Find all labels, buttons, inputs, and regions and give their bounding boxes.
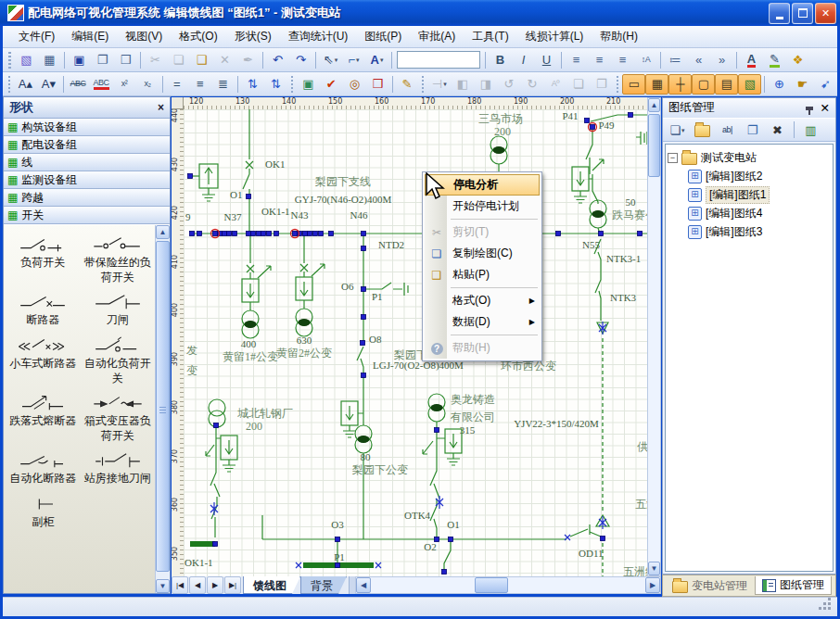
- properties-button[interactable]: ☛: [791, 74, 814, 95]
- redo-button[interactable]: ↷: [289, 50, 312, 70]
- shape-group-线[interactable]: ▦线: [4, 154, 170, 171]
- diagram-list-button[interactable]: ▦: [38, 50, 61, 70]
- panel-close-icon[interactable]: ✕: [821, 101, 830, 115]
- shapes-scroll-track[interactable]: [156, 239, 170, 579]
- bold-button[interactable]: B: [489, 50, 512, 70]
- selection-net-toggle-button[interactable]: ▢: [692, 74, 715, 95]
- menu-item[interactable]: 编辑(E): [63, 26, 117, 47]
- canvas-hscroll-track[interactable]: [371, 577, 645, 593]
- connector-arrows-button[interactable]: ➹: [814, 74, 837, 95]
- undo-button[interactable]: ↶: [266, 50, 289, 70]
- align-left-button[interactable]: ≡: [565, 50, 588, 70]
- fill-color-button[interactable]: ❖: [786, 50, 809, 70]
- space-before-paragraph-button[interactable]: ⇅: [241, 74, 264, 95]
- drawing-explorer-toggle-button[interactable]: ▧: [738, 74, 761, 95]
- shape-item[interactable]: 刀闸: [81, 286, 156, 329]
- grow-font-button[interactable]: A▴: [14, 74, 37, 95]
- align-right-button[interactable]: ≡: [611, 50, 634, 70]
- canvas-scroll-down-icon[interactable]: ▼: [648, 562, 660, 575]
- subscript-button[interactable]: x₂: [136, 74, 159, 95]
- context-menu-item[interactable]: 开始停电计划: [425, 196, 540, 217]
- find-sheet-button[interactable]: ◎: [343, 74, 366, 95]
- close-button[interactable]: ✕: [815, 3, 836, 24]
- scroll-down-icon[interactable]: ▼: [156, 579, 170, 593]
- highlight-color-button[interactable]: ✎: [763, 50, 786, 70]
- panel-tab-图纸管理[interactable]: 图纸管理: [755, 576, 832, 595]
- canvas-vscrollbar[interactable]: ▲ ▼: [647, 97, 661, 576]
- shape-item[interactable]: 箱式变压器负荷开关: [81, 387, 156, 445]
- minimize-button[interactable]: [769, 3, 790, 24]
- shape-item[interactable]: 自动化断路器: [6, 445, 81, 487]
- align-center-button[interactable]: ≡: [588, 50, 611, 70]
- canvas-vscroll-thumb[interactable]: [648, 114, 660, 177]
- edit-note-button[interactable]: ✎: [395, 74, 418, 95]
- first-sheet-button[interactable]: |◀: [172, 576, 188, 594]
- approve-check-button[interactable]: ✔: [320, 74, 343, 95]
- media-manager-button[interactable]: ▣: [297, 74, 320, 95]
- line-spacing-15-button[interactable]: ≡: [188, 74, 211, 95]
- shape-item[interactable]: 带保险丝的负荷开关: [81, 229, 156, 286]
- pin-icon[interactable]: [806, 107, 813, 110]
- shapes-panel-close-icon[interactable]: ×: [158, 101, 164, 114]
- menu-item[interactable]: 线损计算(L): [517, 26, 592, 47]
- sheet-tab-馈线图[interactable]: 馈线图: [243, 576, 300, 594]
- strikethrough-button[interactable]: ABC: [67, 74, 90, 95]
- vertical-text-button[interactable]: ↕A: [634, 50, 657, 70]
- canvas-hscrollbar[interactable]: ◀ ▶: [355, 576, 661, 594]
- shape-group-构筑设备组[interactable]: ▦构筑设备组: [4, 119, 170, 136]
- tree-collapse-icon[interactable]: −: [668, 153, 678, 163]
- resize-grip[interactable]: [828, 607, 831, 610]
- shape-item[interactable]: 副柜: [6, 488, 81, 531]
- line-spacing-double-button[interactable]: ≣: [211, 74, 235, 95]
- menu-item[interactable]: 格式(O): [171, 26, 225, 47]
- page-breaks-toggle-button[interactable]: ▤: [715, 74, 738, 95]
- tree-item-sheet-selected[interactable]: ⊞[编辑]图纸1: [688, 185, 831, 204]
- shape-item[interactable]: 站房接地刀闸: [81, 445, 156, 487]
- context-menu-item[interactable]: ❏复制绘图(C): [425, 243, 540, 264]
- menu-item[interactable]: 帮助(H): [592, 26, 646, 47]
- menu-item[interactable]: 查询统计(U): [280, 26, 357, 47]
- menu-item[interactable]: 视图(V): [117, 26, 171, 47]
- shape-item[interactable]: 负荷开关: [6, 229, 81, 286]
- shape-item[interactable]: 自动化负荷开关: [81, 330, 156, 387]
- shape-group-开关[interactable]: ▦开关: [4, 207, 170, 224]
- menu-item[interactable]: 形状(S): [226, 26, 280, 47]
- context-menu-item[interactable]: 停电分析: [425, 174, 540, 196]
- tab-splitter[interactable]: [349, 576, 355, 594]
- stamp-button[interactable]: ❒: [366, 74, 389, 95]
- export-sheet-button[interactable]: ▥: [799, 120, 822, 140]
- save-button[interactable]: ▣: [68, 50, 91, 70]
- font-color-button[interactable]: A: [740, 50, 763, 70]
- shape-item[interactable]: 跌落式熔断器: [6, 387, 81, 445]
- context-menu-item[interactable]: 数据(D)▶: [425, 311, 540, 333]
- guides-toggle-button[interactable]: ┼: [668, 74, 692, 95]
- outdent-button[interactable]: «: [687, 50, 710, 70]
- menu-item[interactable]: 图纸(P): [356, 26, 410, 47]
- canvas-scroll-right-icon[interactable]: ▶: [645, 577, 660, 593]
- underline-button[interactable]: U: [535, 50, 558, 70]
- indent-button[interactable]: »: [710, 50, 733, 70]
- menu-item[interactable]: 审批(A): [410, 26, 464, 47]
- scroll-up-icon[interactable]: ▲: [156, 225, 170, 239]
- menu-item[interactable]: 文件(F): [10, 26, 63, 47]
- new-drawing-button[interactable]: ▧: [15, 50, 38, 70]
- text-tool-button[interactable]: A▾: [365, 50, 388, 70]
- maximize-button[interactable]: [792, 3, 813, 24]
- shape-item[interactable]: 小车式断路器: [6, 330, 81, 387]
- font-name-combo[interactable]: [397, 51, 480, 69]
- shapes-scroll-thumb[interactable]: [156, 241, 170, 572]
- shape-group-配电设备组[interactable]: ▦配电设备组: [4, 136, 170, 154]
- context-menu-item[interactable]: 格式(O)▶: [425, 290, 540, 311]
- canvas-scroll-up-icon[interactable]: ▲: [648, 98, 660, 112]
- pointer-tool-button[interactable]: ⇖▾: [319, 50, 342, 70]
- delete-sheet-button[interactable]: ✖: [766, 120, 789, 140]
- pan-zoom-button[interactable]: ⊕: [768, 74, 791, 95]
- panel-tab-变电站管理[interactable]: 变电站管理: [665, 576, 755, 595]
- space-after-paragraph-button[interactable]: ⇅: [264, 74, 287, 95]
- print-preview-button[interactable]: ❐: [91, 50, 114, 70]
- context-menu-item[interactable]: ❑粘贴(P): [425, 264, 540, 285]
- sheet-tab-背景[interactable]: 背景: [300, 576, 347, 594]
- canvas-scroll-left-icon[interactable]: ◀: [356, 577, 371, 593]
- diagram-area[interactable]: 三鸟市场200P41P49OK1梨园下支线GYJ-70(N46-O2)400MO…: [184, 109, 647, 576]
- line-spacing-single-button[interactable]: =: [165, 74, 188, 95]
